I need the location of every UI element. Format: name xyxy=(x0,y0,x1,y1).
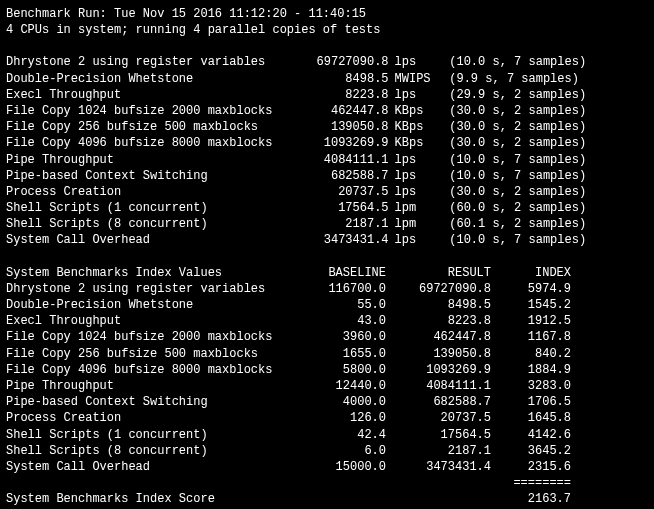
test-unit: MWIPS xyxy=(389,71,440,87)
index-result: 8223.8 xyxy=(386,313,491,329)
test-timing: (29.9 s, 2 samples) xyxy=(439,87,648,103)
index-table: Dhrystone 2 using register variables1167… xyxy=(6,281,648,475)
test-value: 8498.5 xyxy=(294,71,388,87)
test-value: 1093269.9 xyxy=(294,135,388,151)
result-row: System Call Overhead3473431.4lps(10.0 s,… xyxy=(6,232,648,248)
index-result: 20737.5 xyxy=(386,410,491,426)
index-value: 1545.2 xyxy=(491,297,571,313)
test-value: 8223.8 xyxy=(294,87,388,103)
test-name: File Copy 4096 bufsize 8000 maxblocks xyxy=(6,135,294,151)
index-baseline: 1655.0 xyxy=(296,346,386,362)
test-unit: KBps xyxy=(389,135,440,151)
index-value: 3645.2 xyxy=(491,443,571,459)
test-timing: (10.0 s, 7 samples) xyxy=(439,152,648,168)
index-row: File Copy 4096 bufsize 8000 maxblocks580… xyxy=(6,362,648,378)
test-value: 4084111.1 xyxy=(294,152,388,168)
index-test-name: Shell Scripts (1 concurrent) xyxy=(6,427,296,443)
test-name: Process Creation xyxy=(6,184,294,200)
score-row: System Benchmarks Index Score 2163.7 xyxy=(6,491,648,507)
index-value: 2315.6 xyxy=(491,459,571,475)
result-row: Execl Throughput8223.8lps(29.9 s, 2 samp… xyxy=(6,87,648,103)
index-result: 8498.5 xyxy=(386,297,491,313)
index-baseline: 42.4 xyxy=(296,427,386,443)
divider: ======== xyxy=(491,475,571,491)
index-row: Process Creation126.020737.51645.8 xyxy=(6,410,648,426)
cpu-info-line: 4 CPUs in system; running 4 parallel cop… xyxy=(6,22,648,38)
index-row: File Copy 256 bufsize 500 maxblocks1655.… xyxy=(6,346,648,362)
result-row: Pipe-based Context Switching682588.7lps(… xyxy=(6,168,648,184)
test-name: System Call Overhead xyxy=(6,232,294,248)
test-name: Shell Scripts (8 concurrent) xyxy=(6,216,294,232)
score-label: System Benchmarks Index Score xyxy=(6,491,296,507)
test-value: 2187.1 xyxy=(294,216,388,232)
index-value: 1912.5 xyxy=(491,313,571,329)
index-header-row: System Benchmarks Index Values BASELINE … xyxy=(6,265,648,281)
test-unit: lpm xyxy=(389,200,440,216)
index-baseline: 43.0 xyxy=(296,313,386,329)
index-baseline: 55.0 xyxy=(296,297,386,313)
test-unit: lps xyxy=(389,168,440,184)
index-value: 4142.6 xyxy=(491,427,571,443)
index-baseline: 15000.0 xyxy=(296,459,386,475)
index-result: 682588.7 xyxy=(386,394,491,410)
index-test-name: Process Creation xyxy=(6,410,296,426)
index-value: 5974.9 xyxy=(491,281,571,297)
index-result: 3473431.4 xyxy=(386,459,491,475)
test-value: 139050.8 xyxy=(294,119,388,135)
test-timing: (30.0 s, 2 samples) xyxy=(439,119,648,135)
index-row: Pipe-based Context Switching4000.0682588… xyxy=(6,394,648,410)
test-unit: lps xyxy=(389,184,440,200)
result-row: File Copy 1024 bufsize 2000 maxblocks462… xyxy=(6,103,648,119)
test-unit: lps xyxy=(389,54,440,70)
index-row: Pipe Throughput12440.04084111.13283.0 xyxy=(6,378,648,394)
index-baseline: 3960.0 xyxy=(296,329,386,345)
result-row: Double-Precision Whetstone8498.5MWIPS(9.… xyxy=(6,71,648,87)
test-timing: (30.0 s, 2 samples) xyxy=(439,184,648,200)
index-result: 69727090.8 xyxy=(386,281,491,297)
index-test-name: Double-Precision Whetstone xyxy=(6,297,296,313)
index-result: 1093269.9 xyxy=(386,362,491,378)
test-name: Pipe-based Context Switching xyxy=(6,168,294,184)
index-test-name: Shell Scripts (8 concurrent) xyxy=(6,443,296,459)
test-timing: (10.0 s, 7 samples) xyxy=(439,232,648,248)
test-unit: KBps xyxy=(389,119,440,135)
index-value: 840.2 xyxy=(491,346,571,362)
test-value: 69727090.8 xyxy=(294,54,388,70)
index-test-name: Pipe-based Context Switching xyxy=(6,394,296,410)
result-row: File Copy 4096 bufsize 8000 maxblocks109… xyxy=(6,135,648,151)
result-row: Process Creation20737.5lps(30.0 s, 2 sam… xyxy=(6,184,648,200)
index-value: 1706.5 xyxy=(491,394,571,410)
index-row: Double-Precision Whetstone55.08498.51545… xyxy=(6,297,648,313)
col-baseline: BASELINE xyxy=(296,265,386,281)
test-value: 462447.8 xyxy=(294,103,388,119)
index-test-name: File Copy 4096 bufsize 8000 maxblocks xyxy=(6,362,296,378)
result-row: Dhrystone 2 using register variables6972… xyxy=(6,54,648,70)
test-name: File Copy 256 bufsize 500 maxblocks xyxy=(6,119,294,135)
result-row: File Copy 256 bufsize 500 maxblocks13905… xyxy=(6,119,648,135)
test-name: Pipe Throughput xyxy=(6,152,294,168)
results-table: Dhrystone 2 using register variables6972… xyxy=(6,54,648,248)
test-name: Execl Throughput xyxy=(6,87,294,103)
index-baseline: 6.0 xyxy=(296,443,386,459)
test-timing: (60.1 s, 2 samples) xyxy=(439,216,648,232)
result-row: Pipe Throughput4084111.1lps(10.0 s, 7 sa… xyxy=(6,152,648,168)
test-timing: (30.0 s, 2 samples) xyxy=(439,103,648,119)
test-unit: lps xyxy=(389,232,440,248)
test-value: 682588.7 xyxy=(294,168,388,184)
test-value: 3473431.4 xyxy=(294,232,388,248)
index-result: 2187.1 xyxy=(386,443,491,459)
test-name: File Copy 1024 bufsize 2000 maxblocks xyxy=(6,103,294,119)
test-value: 17564.5 xyxy=(294,200,388,216)
index-test-name: Dhrystone 2 using register variables xyxy=(6,281,296,297)
index-test-name: File Copy 1024 bufsize 2000 maxblocks xyxy=(6,329,296,345)
result-row: Shell Scripts (1 concurrent)17564.5lpm(6… xyxy=(6,200,648,216)
index-value: 1884.9 xyxy=(491,362,571,378)
index-result: 4084111.1 xyxy=(386,378,491,394)
index-value: 3283.0 xyxy=(491,378,571,394)
index-test-name: Pipe Throughput xyxy=(6,378,296,394)
test-unit: lps xyxy=(389,152,440,168)
index-baseline: 126.0 xyxy=(296,410,386,426)
index-row: System Call Overhead15000.03473431.42315… xyxy=(6,459,648,475)
test-timing: (9.9 s, 7 samples) xyxy=(439,71,648,87)
index-row: Dhrystone 2 using register variables1167… xyxy=(6,281,648,297)
